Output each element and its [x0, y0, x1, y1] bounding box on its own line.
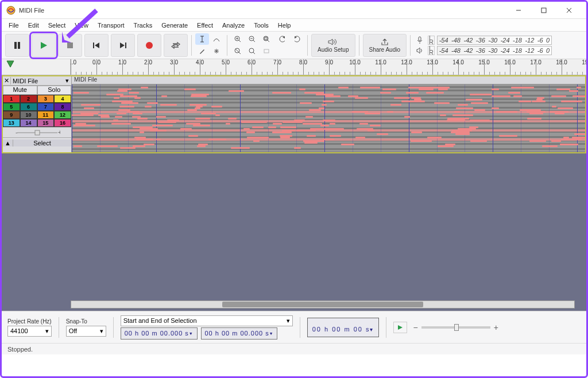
zoom-in-button[interactable]: [231, 33, 245, 45]
menu-tools[interactable]: Tools: [249, 19, 273, 31]
channel-12[interactable]: 12: [54, 111, 71, 119]
svg-rect-2: [541, 8, 546, 13]
svg-rect-8: [67, 43, 73, 48]
menu-edit[interactable]: Edit: [24, 19, 44, 31]
collapse-button[interactable]: ▲: [3, 140, 13, 146]
play-at-speed-button[interactable]: [393, 322, 407, 333]
menu-file[interactable]: File: [4, 19, 24, 31]
minimize-button[interactable]: [506, 2, 531, 18]
playback-meter[interactable]: -54-48-42-36-30-24-18-12-60: [437, 46, 552, 55]
horizontal-scrollbar[interactable]: [71, 300, 575, 308]
tracks-area[interactable]: ✕ MIDI File ▾ Mute Solo 1234567891011121…: [2, 75, 586, 311]
status-bar: Stopped.: [2, 343, 586, 354]
channel-9[interactable]: 9: [3, 111, 20, 119]
menu-tracks[interactable]: Tracks: [129, 19, 157, 31]
velocity-slider[interactable]: -+: [3, 127, 71, 137]
track-close-button[interactable]: ✕: [3, 77, 11, 84]
selection-toolbar: Project Rate (Hz) 44100▾ Snap-To Off▾ St…: [2, 311, 586, 343]
fit-project-button[interactable]: [231, 45, 245, 57]
play-button[interactable]: [32, 34, 56, 57]
pause-button[interactable]: [5, 34, 29, 57]
mute-button[interactable]: Mute: [3, 86, 37, 95]
mic-icon[interactable]: [416, 36, 425, 44]
channel-grid[interactable]: 12345678910111213141516: [3, 95, 71, 127]
zoom-out-button[interactable]: [245, 33, 259, 45]
channel-3[interactable]: 3: [37, 95, 55, 103]
project-rate-combo[interactable]: 44100▾: [7, 326, 52, 337]
menu-effect[interactable]: Effect: [192, 19, 218, 31]
channel-2[interactable]: 2: [20, 95, 37, 103]
solo-button[interactable]: Solo: [37, 86, 72, 95]
svg-line-24: [253, 40, 255, 42]
selection-start-time[interactable]: 00 h 00 m 00.000 s▾: [121, 327, 198, 340]
envelope-tool-button[interactable]: [210, 33, 223, 45]
channel-13[interactable]: 13: [3, 119, 20, 127]
draw-tool-button[interactable]: [195, 45, 209, 57]
menu-help[interactable]: Help: [273, 19, 296, 31]
menu-view[interactable]: View: [70, 19, 93, 31]
track-row: ✕ MIDI File ▾ Mute Solo 1234567891011121…: [2, 75, 586, 153]
selection-end-time[interactable]: 00 h 00 m 00.000 s▾: [201, 327, 278, 340]
speaker-meter-icon[interactable]: [416, 47, 425, 55]
channel-7[interactable]: 7: [37, 103, 55, 111]
skip-start-button[interactable]: [84, 34, 109, 57]
svg-rect-28: [265, 37, 267, 40]
menu-select[interactable]: Select: [44, 19, 71, 31]
track-menu-button[interactable]: ▾: [63, 77, 71, 84]
selection-format-combo[interactable]: Start and End of Selection▾: [121, 315, 293, 326]
svg-rect-35: [419, 37, 421, 41]
audio-setup-button[interactable]: Audio Setup: [311, 34, 355, 57]
status-text: Stopped.: [7, 346, 33, 353]
trim-button[interactable]: [260, 45, 273, 57]
svg-line-30: [239, 52, 241, 54]
channel-4[interactable]: 4: [54, 95, 71, 103]
svg-point-11: [146, 42, 153, 49]
track-control-panel[interactable]: ✕ MIDI File ▾ Mute Solo 1234567891011121…: [3, 76, 72, 152]
svg-line-33: [253, 52, 255, 54]
project-rate-label: Project Rate (Hz): [7, 318, 52, 325]
stop-button[interactable]: [58, 34, 82, 57]
redo-button[interactable]: [290, 33, 304, 45]
multi-tool-button[interactable]: [210, 45, 223, 57]
snap-combo[interactable]: Off▾: [66, 326, 106, 337]
menu-generate[interactable]: Generate: [157, 19, 192, 31]
fit-selection-button[interactable]: [260, 33, 273, 45]
share-audio-button[interactable]: Share Audio: [363, 34, 407, 57]
maximize-button[interactable]: [531, 2, 556, 18]
track-name[interactable]: MIDI File: [11, 78, 63, 84]
record-button[interactable]: [137, 34, 161, 57]
selection-tool-button[interactable]: [195, 33, 209, 45]
transport-time[interactable]: 00 h 00 m 00 s▾: [307, 318, 380, 337]
svg-text:+: +: [58, 129, 60, 136]
zoom-toggle-button[interactable]: [245, 45, 259, 57]
channel-1[interactable]: 1: [3, 95, 20, 103]
channel-8[interactable]: 8: [54, 103, 71, 111]
channel-5[interactable]: 5: [3, 103, 20, 111]
svg-rect-10: [125, 43, 126, 48]
svg-rect-6: [14, 42, 17, 49]
close-button[interactable]: [556, 2, 582, 18]
menu-transport[interactable]: Transport: [93, 19, 129, 31]
svg-line-31: [235, 49, 239, 52]
app-logo-icon: [6, 6, 16, 15]
clip-area[interactable]: MIDI File: [72, 76, 585, 152]
skip-end-button[interactable]: [111, 34, 135, 57]
channel-16[interactable]: 16: [54, 119, 71, 127]
track-select-button[interactable]: Select: [13, 140, 71, 146]
undo-button[interactable]: [276, 33, 289, 45]
channel-10[interactable]: 10: [20, 111, 37, 119]
menubar: FileEditSelectViewTransportTracksGenerat…: [2, 19, 586, 32]
loop-button[interactable]: [164, 34, 188, 57]
svg-text:-: -: [16, 129, 18, 136]
svg-rect-9: [93, 43, 94, 48]
clip-title[interactable]: MIDI File: [72, 76, 585, 84]
playhead-icon[interactable]: [6, 60, 14, 68]
channel-14[interactable]: 14: [20, 119, 37, 127]
record-meter[interactable]: -54-48-42-36-30-24-18-12-60: [437, 36, 552, 45]
channel-6[interactable]: 6: [20, 103, 37, 111]
channel-11[interactable]: 11: [37, 111, 55, 119]
play-speed-slider[interactable]: [421, 326, 490, 329]
channel-15[interactable]: 15: [37, 119, 55, 127]
menu-analyze[interactable]: Analyze: [218, 19, 249, 31]
timeline-ruler[interactable]: - 1.00.01.02.03.04.05.06.07.08.09.010.01…: [71, 59, 586, 75]
